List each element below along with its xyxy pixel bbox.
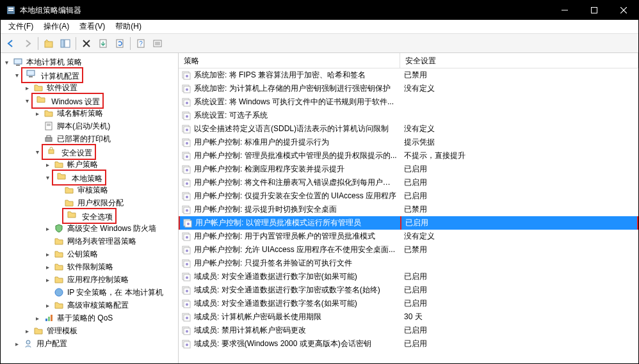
list-row[interactable]: 用户帐户控制: 以管理员批准模式运行所有管理员 bbox=[180, 216, 401, 230]
tree-windows-settings[interactable]: ▾ Windows 设置 bbox=[2, 94, 177, 107]
tree-user-config[interactable]: ▸ 用户配置 bbox=[2, 337, 177, 350]
svg-point-37 bbox=[186, 75, 188, 77]
tree-advanced-audit[interactable]: ▸ 高级审核策略配置 bbox=[2, 299, 177, 312]
delete-button[interactable] bbox=[79, 36, 94, 51]
list-row[interactable]: 以安全描述符定义语言(SDDL)语法表示的计算机访问限制没有定义 bbox=[179, 122, 638, 136]
svg-rect-32 bbox=[48, 317, 50, 321]
policy-icon bbox=[179, 258, 194, 268]
expand-icon[interactable]: ▾ bbox=[22, 96, 31, 105]
list-row[interactable]: 域成员: 对安全通道数据进行数字加密(如果可能)已启用 bbox=[179, 270, 638, 283]
expand-icon[interactable]: ▸ bbox=[22, 83, 31, 92]
tree-public-key[interactable]: ▸ 公钥策略 bbox=[2, 248, 177, 260]
svg-rect-27 bbox=[45, 138, 52, 141]
list-row[interactable]: 域成员: 禁用计算机帐户密码更改已启用 bbox=[179, 324, 638, 337]
tree-security-options[interactable]: ▸ 安全选项 bbox=[2, 209, 177, 222]
list-row[interactable]: 已启用 bbox=[401, 216, 637, 230]
minimize-button[interactable] bbox=[550, 1, 579, 20]
expand-icon[interactable]: ▾ bbox=[33, 147, 42, 156]
policy-name: 系统加密: 将 FIPS 兼容算法用于加密、哈希和签名 bbox=[194, 70, 400, 81]
list-row[interactable]: 域成员: 要求强(Windows 2000 或更高版本)会话密钥已启用 bbox=[179, 337, 638, 351]
column-policy[interactable]: 策略 bbox=[179, 53, 400, 68]
shield-icon bbox=[54, 223, 64, 233]
policy-name: 系统加密: 为计算机上存储的用户密钥强制进行强密钥保护 bbox=[194, 83, 400, 94]
svg-rect-1 bbox=[8, 8, 13, 9]
up-button[interactable] bbox=[41, 36, 56, 51]
close-button[interactable] bbox=[609, 1, 638, 20]
forward-button[interactable] bbox=[20, 36, 35, 51]
tree-pane[interactable]: ▾ 本地计算机 策略 ▾ 计算机配置 ▸ 软件设置 ▾ Windows 设置 ▸ bbox=[1, 53, 179, 363]
list-row[interactable]: 域成员: 对安全通道数据进行数字签名(如果可能)已启用 bbox=[179, 297, 638, 310]
svg-rect-8 bbox=[61, 40, 64, 47]
list-row[interactable]: 用户帐户控制: 提示提升时切换到安全桌面已禁用 bbox=[179, 203, 638, 216]
export-button[interactable] bbox=[95, 36, 111, 51]
expand-icon[interactable]: ▸ bbox=[12, 339, 21, 348]
list-row[interactable]: 用户帐户控制: 允许 UIAccess 应用程序在不使用安全桌面...已禁用 bbox=[179, 243, 638, 257]
list-row[interactable]: 用户帐户控制: 将文件和注册表写入错误虚拟化到每用户位置已启用 bbox=[179, 176, 638, 189]
column-setting[interactable]: 安全设置 bbox=[400, 53, 638, 68]
expand-icon[interactable]: ▸ bbox=[43, 249, 52, 258]
list-row[interactable]: 系统加密: 将 FIPS 兼容算法用于加密、哈希和签名已禁用 bbox=[179, 68, 638, 82]
expand-icon[interactable]: ▾ bbox=[2, 58, 11, 67]
tree-admin-templates[interactable]: ▸ 管理模板 bbox=[2, 324, 177, 337]
list-row[interactable]: 用户帐户控制: 管理员批准模式中管理员的提升权限提示的...不提示，直接提升 bbox=[179, 149, 638, 162]
expand-icon[interactable]: ▸ bbox=[43, 224, 52, 233]
script-icon bbox=[44, 121, 54, 131]
list-row[interactable]: 用户帐户控制: 只提升签名并验证的可执行文件 bbox=[179, 257, 638, 270]
tree-app-control[interactable]: ▸ 应用程序控制策略 bbox=[2, 273, 177, 286]
policy-name: 系统设置: 将 Windows 可执行文件中的证书规则用于软件... bbox=[194, 97, 400, 107]
tree-scripts[interactable]: ▸ 脚本(启动/关机) bbox=[2, 120, 177, 132]
policy-icon bbox=[179, 325, 194, 335]
menu-view[interactable]: 查看(V) bbox=[74, 20, 110, 33]
list-pane[interactable]: 策略 安全设置 系统加密: 将 FIPS 兼容算法用于加密、哈希和签名已禁用系统… bbox=[179, 53, 638, 363]
policy-setting: 没有定义 bbox=[400, 123, 638, 134]
maximize-button[interactable] bbox=[579, 1, 609, 20]
chart-icon bbox=[44, 313, 54, 323]
policy-setting: 已禁用 bbox=[400, 70, 638, 81]
expand-icon[interactable]: ▸ bbox=[33, 109, 42, 118]
policy-name: 用户帐户控制: 仅提升安装在安全位置的 UIAccess 应用程序 bbox=[194, 191, 400, 202]
list-row[interactable]: 用户帐户控制: 标准用户的提升提示行为提示凭据 bbox=[179, 136, 638, 149]
list-row[interactable]: 域成员: 对安全通道数据进行数字加密或数字签名(始终)已启用 bbox=[179, 283, 638, 297]
expand-icon[interactable]: ▸ bbox=[43, 301, 52, 310]
tree-firewall[interactable]: ▸ 高级安全 Windows 防火墙 bbox=[2, 222, 177, 235]
tree-software-restriction[interactable]: ▸ 软件限制策略 bbox=[2, 260, 177, 273]
policy-setting: 已启用 bbox=[400, 271, 638, 282]
list-row[interactable]: 系统设置: 可选子系统 bbox=[179, 109, 638, 122]
expand-icon[interactable]: ▸ bbox=[22, 326, 31, 335]
list-row[interactable]: 系统设置: 将 Windows 可执行文件中的证书规则用于软件... bbox=[179, 95, 638, 109]
policy-setting: 已启用 bbox=[400, 298, 638, 309]
menu-help[interactable]: 帮助(H) bbox=[110, 20, 147, 33]
list-row[interactable]: 用户帐户控制: 仅提升安装在安全位置的 UIAccess 应用程序已启用 bbox=[179, 189, 638, 203]
tree-nlm-policy[interactable]: ▸ 网络列表管理器策略 bbox=[2, 235, 177, 248]
policy-icon bbox=[179, 338, 194, 349]
tree-local-policy[interactable]: ▾ 本地策略 bbox=[2, 171, 177, 184]
svg-point-40 bbox=[186, 88, 188, 91]
expand-icon[interactable]: ▸ bbox=[43, 262, 52, 271]
refresh-button[interactable] bbox=[112, 36, 127, 51]
menu-action[interactable]: 操作(A) bbox=[38, 20, 74, 33]
show-hide-tree-button[interactable] bbox=[58, 36, 73, 51]
help-button[interactable]: ? bbox=[133, 36, 149, 51]
folder-icon bbox=[54, 236, 64, 246]
properties-button[interactable] bbox=[150, 36, 165, 51]
tree-computer-config[interactable]: ▾ 计算机配置 bbox=[2, 68, 177, 81]
selected-setting-box: 已启用 bbox=[400, 216, 638, 230]
tree-ip-security[interactable]: ▸ IP 安全策略，在 本地计算机 bbox=[2, 286, 177, 299]
list-row[interactable]: 系统加密: 为计算机上存储的用户密钥强制进行强密钥保护没有定义 bbox=[179, 82, 638, 95]
tree-audit-policy[interactable]: ▸ 审核策略 bbox=[2, 184, 177, 196]
list-row[interactable]: 域成员: 计算机帐户密码最长使用期限30 天 bbox=[179, 310, 638, 324]
tree-security-settings[interactable]: ▾ 安全设置 bbox=[2, 145, 177, 158]
policy-name: 用户帐户控制: 以管理员批准模式运行所有管理员 bbox=[195, 218, 401, 228]
list-row[interactable]: 用户帐户控制: 检测应用程序安装并提示提升已启用 bbox=[179, 162, 638, 176]
expand-icon[interactable]: ▸ bbox=[33, 313, 42, 322]
expand-icon[interactable]: ▸ bbox=[43, 160, 52, 169]
expand-icon[interactable]: ▾ bbox=[43, 173, 52, 182]
tree-qos[interactable]: ▸ 基于策略的 QoS bbox=[2, 312, 177, 324]
expand-icon[interactable]: ▸ bbox=[43, 275, 52, 284]
expand-icon[interactable]: ▾ bbox=[12, 70, 21, 79]
list-row[interactable]: 用户帐户控制: 用于内置管理员帐户的管理员批准模式没有定义 bbox=[179, 230, 638, 243]
menu-file[interactable]: 文件(F) bbox=[3, 20, 38, 33]
back-button[interactable] bbox=[3, 36, 19, 51]
tree-dns-policy[interactable]: ▸ 域名解析策略 bbox=[2, 107, 177, 120]
policy-icon bbox=[179, 312, 194, 322]
